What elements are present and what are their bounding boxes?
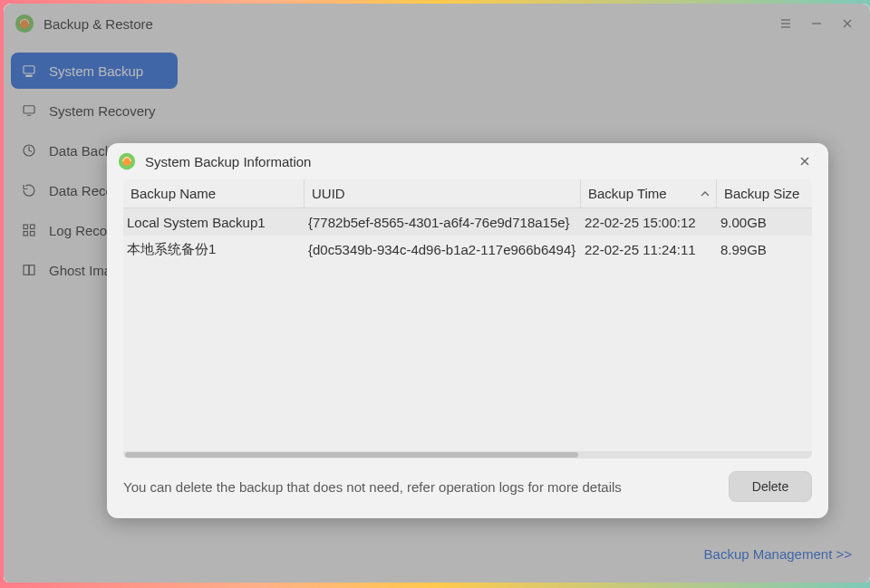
cell-size: 9.00GB (717, 208, 807, 236)
cell-size: 8.99GB (717, 236, 807, 263)
col-backup-time[interactable]: Backup Time (581, 179, 717, 207)
table-row[interactable]: 本地系统备份1 {d0c5349b-934c-4d96-b1a2-117e966… (123, 236, 812, 263)
horizontal-scrollbar[interactable] (123, 451, 812, 458)
cell-uuid: {7782b5ef-8565-4301-a6f4-76e9d718a15e} (304, 208, 581, 236)
dialog-logo-icon (118, 152, 136, 170)
backup-table: Backup Name UUID Backup Time Backup Size… (123, 179, 812, 458)
table-row[interactable]: Local System Backup1 {7782b5ef-8565-4301… (123, 208, 812, 236)
cell-uuid: {d0c5349b-934c-4d96-b1a2-117e966b6494} (304, 236, 581, 263)
dialog-close-button[interactable] (792, 149, 817, 174)
sort-asc-icon (700, 187, 710, 202)
dialog-header: System Backup Information (107, 143, 828, 179)
delete-button[interactable]: Delete (729, 471, 812, 502)
dialog-hint: You can delete the backup that does not … (123, 479, 729, 495)
cell-name: Local System Backup1 (123, 208, 304, 236)
svg-point-19 (122, 157, 131, 166)
col-uuid[interactable]: UUID (304, 179, 581, 207)
dialog-title: System Backup Information (145, 154, 311, 169)
cell-time: 22-02-25 11:24:11 (581, 236, 717, 263)
col-backup-size[interactable]: Backup Size (717, 179, 807, 207)
scrollbar-thumb[interactable] (125, 452, 578, 458)
system-backup-info-dialog: System Backup Information Backup Name UU… (107, 143, 828, 518)
dialog-footer: You can delete the backup that does not … (107, 458, 828, 518)
cell-time: 22-02-25 15:00:12 (581, 208, 717, 236)
desktop-background-stripe (0, 583, 870, 588)
col-backup-name[interactable]: Backup Name (123, 179, 304, 207)
cell-name: 本地系统备份1 (123, 236, 304, 263)
table-header: Backup Name UUID Backup Time Backup Size (123, 179, 812, 208)
